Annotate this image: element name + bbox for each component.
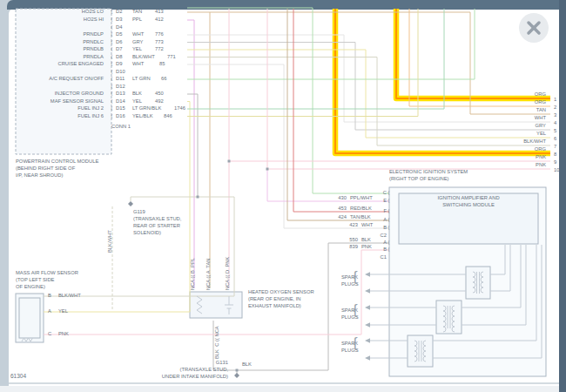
pcm-pin-id: D14 bbox=[116, 99, 125, 105]
right-pin-number: 5 bbox=[554, 129, 556, 134]
pcm-pin-bracket: ( bbox=[111, 106, 113, 111]
right-pin-color: PNK bbox=[459, 163, 546, 168]
maf-caption-line: (TOP LEFT SIDE bbox=[16, 278, 54, 283]
ground-caption-line: (TRANSAXLE STUD, bbox=[133, 217, 181, 222]
right-pin-number: 4 bbox=[554, 121, 556, 126]
pcm-pin-id: D3 bbox=[116, 17, 122, 23]
right-pin-number: 10 bbox=[554, 168, 559, 173]
right-pin-number: 2 bbox=[554, 105, 556, 111]
module-wire-color: BLK bbox=[361, 238, 371, 243]
pcm-signal-label: PRNDLA bbox=[17, 55, 104, 60]
maf-pin-letter: A bbox=[48, 309, 51, 314]
module-circuit-number: 430 bbox=[259, 196, 347, 201]
pcm-pin-id: D9 bbox=[116, 62, 122, 67]
pcm-pin-id: D12 bbox=[116, 84, 125, 90]
pcm-pin-bracket: ( bbox=[111, 70, 113, 74]
close-icon bbox=[519, 13, 549, 43]
pcm-pin-id: D5 bbox=[116, 32, 122, 37]
ho2s-caption-line: HEATED OXYGEN SENSOR bbox=[248, 290, 314, 295]
module-wire-color: TAN/BLK bbox=[350, 215, 371, 220]
pcm-caption-line: I/P, NEAR SHROUD) bbox=[16, 173, 63, 179]
pcm-signal-label: HO2S LO bbox=[17, 10, 104, 15]
ho2s-pin-label: NCA (( D PNK bbox=[226, 257, 231, 290]
pcm-wire-color: YEL/BLK bbox=[132, 114, 153, 119]
right-pin-color: YEL bbox=[459, 132, 546, 137]
module-pin-bracket: ( bbox=[388, 240, 390, 245]
pcm-wire-color: WHT bbox=[132, 62, 144, 67]
spark-brace: { bbox=[353, 335, 358, 350]
wire-color-rotated-label: BLK/WHT bbox=[108, 230, 113, 253]
pcm-pin-bracket: ( bbox=[111, 25, 113, 30]
ground-caption-line: SOLENOID) bbox=[133, 231, 161, 236]
ignition-system-caption: (RIGHT TOP OF ENGINE) bbox=[389, 177, 449, 182]
pcm-signal-label: INJECTOR GROUND bbox=[17, 91, 104, 97]
module-wire-color: PPL/WHT bbox=[350, 196, 373, 201]
pcm-signal-label: FUEL INJ 2 bbox=[17, 106, 104, 112]
ho2s-caption-line: (REAR OF ENGINE, IN bbox=[248, 297, 301, 302]
pcm-circuit-number: 776 bbox=[155, 32, 164, 37]
right-pin-number: 1 bbox=[554, 98, 556, 103]
ho2s-pin-label: BLK C (( NCA bbox=[215, 326, 220, 359]
pcm-signal-label: HO2S HI bbox=[17, 17, 104, 23]
pcm-wire-color: YEL bbox=[132, 99, 142, 105]
module-pin-letter: C1 bbox=[300, 255, 387, 260]
pcm-signal-label: PRNDLP bbox=[17, 32, 104, 37]
ground-caption-line: REAR OF STARTER bbox=[133, 224, 180, 229]
module-pin-bracket: ( bbox=[388, 199, 390, 203]
ignition-module-caption: IGNITION AMPLIFIER AND bbox=[399, 196, 538, 201]
spark-brace: { bbox=[353, 269, 358, 284]
right-pin-number: 8 bbox=[554, 152, 556, 158]
pcm-circuit-number: 846 bbox=[164, 114, 172, 119]
maf-caption-line: MASS AIR FLOW SENSOR bbox=[16, 271, 78, 276]
pcm-caption-line: POWERTRAIN CONTROL MODULE bbox=[16, 159, 98, 165]
pcm-pin-id: D16 bbox=[116, 114, 125, 119]
pcm-wire-color: LT GRN bbox=[132, 77, 151, 82]
module-pin-bracket: ( bbox=[388, 218, 390, 222]
module-circuit-number: 839 bbox=[271, 245, 358, 250]
pcm-pin-id: D15 bbox=[116, 106, 125, 112]
close-button[interactable] bbox=[519, 13, 549, 43]
pcm-pin-bracket: ( bbox=[111, 62, 113, 66]
right-pin-number: 7 bbox=[554, 145, 556, 150]
pcm-circuit-number: 66 bbox=[161, 77, 166, 82]
pcm-circuit-number: 771 bbox=[167, 55, 176, 60]
pcm-pin-id: D4 bbox=[116, 25, 122, 30]
pcm-signal-label: FUEL INJ 6 bbox=[17, 114, 104, 119]
pcm-pin-id: D10 bbox=[116, 70, 125, 75]
module-circuit-number: 423 bbox=[271, 223, 358, 228]
pcm-pin-bracket: ( bbox=[111, 114, 113, 118]
module-pin-bracket: ( bbox=[388, 247, 390, 252]
ground-caption-line: UNDER INTAKE MANIFOLD) bbox=[141, 375, 228, 380]
pcm-caption-line: (BEHIND RIGHT SIDE OF bbox=[16, 166, 75, 172]
pcm-pin-bracket: ( bbox=[111, 32, 113, 37]
maf-pin-color: BLK/WHT bbox=[58, 294, 81, 299]
pcm-pin-bracket: ( bbox=[111, 17, 113, 22]
module-pin-bracket: ( bbox=[388, 191, 390, 195]
maf-caption-line: OF ENGINE) bbox=[16, 285, 45, 290]
pcm-signal-label: PRNDLB bbox=[17, 47, 104, 52]
ground-caption-line: G119 bbox=[133, 210, 145, 215]
pcm-pin-bracket: ( bbox=[111, 84, 113, 89]
right-pin-number: 3 bbox=[554, 113, 556, 118]
pcm-circuit-number: 492 bbox=[155, 99, 164, 105]
ho2s-pin-label: NCA (( A TAN bbox=[206, 258, 212, 290]
right-pin-color: WHT bbox=[459, 116, 546, 121]
right-pin-color: PNK bbox=[459, 155, 546, 160]
pcm-circuit-number: 413 bbox=[155, 10, 164, 15]
pcm-pin-bracket: ( bbox=[111, 77, 113, 81]
pcm-wire-color: LT GRN/BLK bbox=[132, 106, 161, 112]
pcm-wire-color: GRY bbox=[132, 40, 143, 45]
pcm-pin-id: D13 bbox=[116, 91, 125, 97]
pcm-wire-color: BLK bbox=[132, 91, 142, 97]
pcm-wire-color: PPL bbox=[132, 17, 142, 23]
pcm-pin-id: D7 bbox=[116, 47, 122, 52]
drawing-number: 61304 bbox=[10, 374, 26, 380]
maf-pin-letter: C bbox=[48, 332, 51, 337]
pcm-pin-bracket: ( bbox=[111, 99, 113, 104]
module-circuit-number: 550 bbox=[271, 238, 358, 243]
right-pin-color: GRY bbox=[459, 124, 546, 129]
module-circuit-number: 453 bbox=[259, 206, 347, 212]
pcm-signal-label: CRUISE ENGAGED bbox=[17, 62, 104, 67]
ground-caption-line: (TRANSAXLE STUD, bbox=[141, 368, 228, 373]
pcm-pin-id: D8 bbox=[116, 55, 122, 60]
